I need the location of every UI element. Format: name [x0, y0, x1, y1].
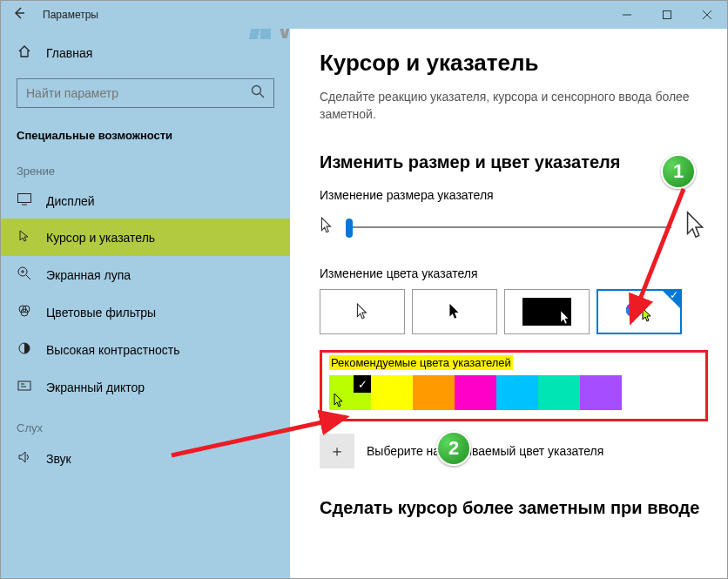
recommended-label: Рекомендуемые цвета указателей: [329, 355, 513, 370]
swatch-turquoise[interactable]: [538, 375, 580, 410]
pointer-color-black[interactable]: [412, 289, 497, 334]
sidebar-item-narrator[interactable]: Экранный диктор: [1, 368, 290, 406]
swatch-cyan[interactable]: [496, 375, 538, 410]
custom-color-row: ＋ Выберите настраиваемый цвет указателя: [320, 434, 708, 468]
sidebar-item-label: Цветовые фильтры: [46, 306, 156, 320]
home-link[interactable]: Главная: [1, 37, 290, 68]
swatch-magenta[interactable]: [455, 375, 496, 410]
color-label: Изменение цвета указателя: [320, 266, 708, 280]
svg-rect-8: [18, 381, 30, 390]
sidebar-item-magnifier[interactable]: Экранная лупа: [1, 256, 290, 293]
annotation-badge-2: 2: [436, 431, 471, 466]
svg-point-1: [253, 86, 261, 95]
content-pane: Курсор и указатель Сделайте реакцию указ…: [290, 29, 727, 579]
custom-color-label: Выберите настраиваемый цвет указателя: [367, 444, 603, 458]
close-button[interactable]: [687, 1, 727, 29]
pointer-color-custom[interactable]: [597, 289, 682, 334]
sidebar-item-display[interactable]: Дисплей: [1, 183, 290, 219]
pointer-color-inverted[interactable]: [504, 289, 590, 334]
display-icon: [17, 193, 32, 208]
section-pointer-size-color: Изменить размер и цвет указателя: [320, 152, 708, 172]
back-icon[interactable]: [13, 7, 25, 23]
pointer-size-slider[interactable]: [346, 226, 671, 228]
sidebar: Главная Специальные возможности Зрение Д…: [1, 29, 290, 579]
narrator-icon: [17, 379, 32, 395]
large-cursor-icon: [684, 211, 708, 244]
swatch-purple[interactable]: [580, 375, 622, 410]
cursor-icon: [17, 229, 32, 246]
search-input[interactable]: [26, 86, 235, 100]
swatch-orange[interactable]: [413, 375, 455, 410]
contrast-icon: [17, 341, 32, 358]
page-subtitle: Сделайте реакцию указателя, курсора и се…: [320, 89, 703, 123]
sidebar-item-label: Экранная лупа: [46, 268, 131, 282]
size-label: Изменение размера указателя: [320, 188, 708, 202]
sidebar-item-filters[interactable]: Цветовые фильтры: [1, 293, 290, 331]
sidebar-item-label: Звук: [46, 452, 71, 466]
add-custom-color-button[interactable]: ＋: [320, 434, 354, 468]
minimize-button[interactable]: [607, 1, 647, 29]
slider-thumb[interactable]: [346, 219, 353, 238]
pointer-size-row: [320, 211, 708, 244]
window-title: Параметры: [43, 9, 98, 21]
pointer-color-white[interactable]: [320, 289, 405, 334]
sidebar-item-cursor[interactable]: Курсор и указатель: [1, 219, 290, 256]
page-title: Курсор и указатель: [320, 50, 708, 77]
small-cursor-icon: [320, 217, 334, 238]
sidebar-item-label: Высокая контрастность: [46, 343, 179, 357]
annotation-badge-1: 1: [661, 154, 696, 189]
swatch-lime[interactable]: ✓: [329, 375, 371, 410]
group-vision: Зрение: [1, 149, 290, 183]
swatch-yellow[interactable]: [371, 375, 413, 410]
filters-icon: [17, 304, 32, 320]
svg-rect-0: [664, 11, 671, 19]
home-label: Главная: [46, 46, 92, 60]
sidebar-item-label: Дисплей: [46, 194, 95, 208]
svg-rect-2: [18, 194, 31, 203]
maximize-button[interactable]: [647, 1, 687, 29]
sidebar-section: Специальные возможности: [1, 118, 290, 149]
sidebar-item-label: Экранный диктор: [46, 380, 145, 394]
recommended-colors-highlight: Рекомендуемые цвета указателей ✓: [320, 350, 708, 421]
section-cursor-visibility: Сделать курсор более заметным при вводе: [320, 498, 708, 518]
search-box[interactable]: [17, 78, 274, 108]
check-icon: ✓: [354, 375, 371, 393]
sidebar-item-contrast[interactable]: Высокая контрастность: [1, 331, 290, 368]
titlebar: Параметры: [1, 1, 727, 29]
plus-icon: ＋: [329, 441, 345, 461]
sidebar-item-label: Курсор и указатель: [46, 231, 155, 245]
pointer-color-choices: [320, 289, 708, 334]
search-icon: [251, 84, 265, 102]
group-hearing: Слух: [1, 406, 290, 440]
magnifier-icon: [17, 266, 32, 283]
home-icon: [17, 44, 32, 61]
recommended-swatches: ✓: [329, 375, 698, 410]
sidebar-item-sound[interactable]: Звук: [1, 440, 290, 477]
sound-icon: [17, 450, 32, 467]
